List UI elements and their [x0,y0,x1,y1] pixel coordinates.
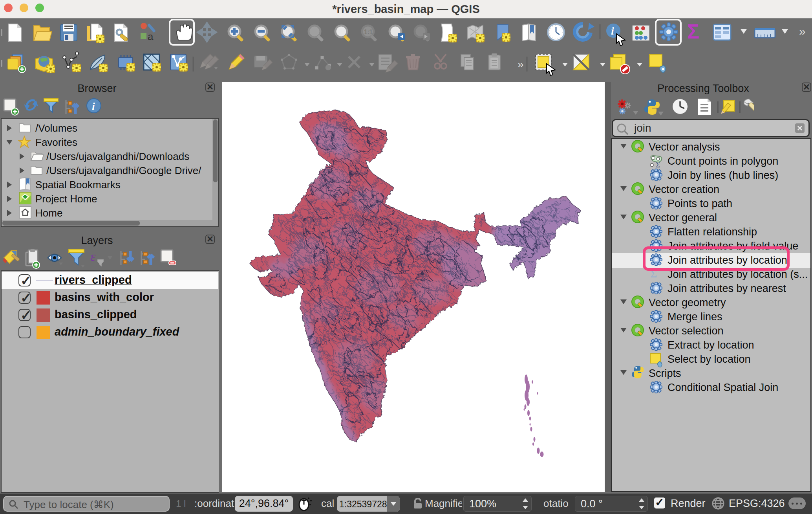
svg-text:Count points in polygon: Count points in polygon [668,155,778,167]
svg-text:Project Home: Project Home [35,193,97,205]
svg-text:Vector selection: Vector selection [649,325,724,337]
svg-text:Vector creation: Vector creation [649,184,719,195]
svg-text:a: a [148,31,154,42]
svg-text:»: » [799,25,806,38]
svg-text:Vector analysis: Vector analysis [649,141,720,153]
svg-text:ε: ε [90,249,96,264]
svg-text:Extract by location: Extract by location [668,339,754,351]
svg-text:Merge lines: Merge lines [668,311,722,323]
svg-text:Σ: Σ [656,160,660,169]
svg-text:»: » [518,58,524,70]
svg-text:Favorites: Favorites [35,136,77,148]
svg-text:Points to path: Points to path [668,198,732,209]
svg-text:Conditional Spatial Join: Conditional Spatial Join [668,382,778,393]
svg-text:1:1: 1:1 [364,29,373,35]
svg-text:Scripts: Scripts [649,367,681,379]
svg-text:Vector general: Vector general [649,212,717,224]
svg-text:Flatten relationship: Flatten relationship [668,226,757,238]
svg-text:Vector geometry: Vector geometry [649,297,726,308]
svg-text:Select by location: Select by location [668,353,751,365]
svg-text:/Users/ujavalgandhi/Google Dri: /Users/ujavalgandhi/Google Drive/ [46,165,201,176]
svg-text:Join by lines (hub lines): Join by lines (hub lines) [668,169,778,181]
svg-text:Σ: Σ [687,20,699,43]
svg-text:i: i [611,25,614,37]
svg-text:Home: Home [35,207,62,219]
svg-text:Spatial Bookmarks: Spatial Bookmarks [35,179,121,191]
svg-text:i: i [92,100,95,112]
svg-text:/Volumes: /Volumes [35,122,77,134]
svg-text:Join attributes by nearest: Join attributes by nearest [668,283,786,294]
svg-text:/Users/ujavalgandhi/Downloads: /Users/ujavalgandhi/Downloads [46,151,189,162]
